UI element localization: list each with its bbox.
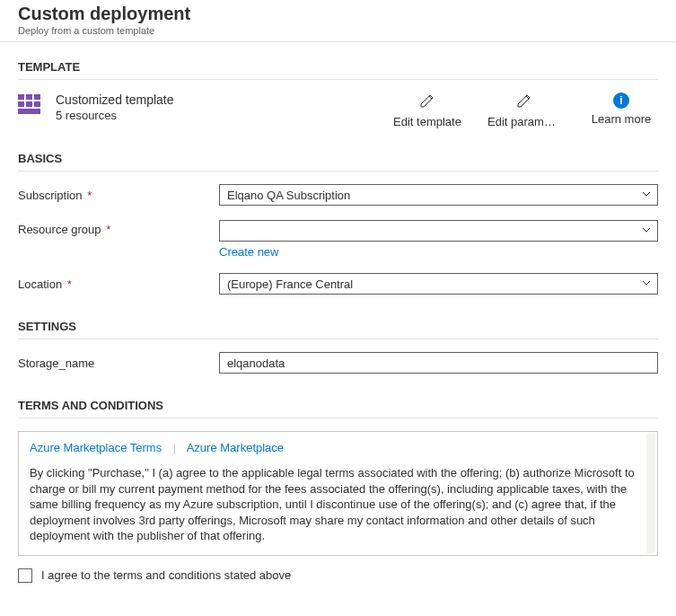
page-subtitle: Deploy from a custom template [18, 25, 658, 36]
page-content: TEMPLATE Customized template 5 resources [0, 42, 676, 599]
svg-rect-6 [18, 109, 40, 114]
edit-template-button[interactable]: Edit template [391, 92, 464, 128]
agree-label[interactable]: I agree to the terms and conditions stat… [41, 568, 291, 582]
svg-rect-3 [18, 101, 24, 107]
info-icon: i [613, 92, 629, 109]
pencil-icon [516, 92, 532, 111]
page-header: Custom deployment Deploy from a custom t… [0, 0, 676, 42]
section-label-terms: TERMS AND CONDITIONS [18, 399, 658, 418]
required-asterisk: * [87, 189, 92, 202]
required-asterisk: * [106, 223, 110, 236]
terms-box: Azure Marketplace Terms Azure Marketplac… [18, 431, 658, 556]
required-asterisk: * [67, 277, 72, 291]
storage-name-input[interactable] [219, 352, 658, 374]
svg-rect-4 [26, 101, 32, 107]
template-tiles-icon [18, 94, 43, 119]
chevron-down-icon [641, 224, 652, 238]
location-value: (Europe) France Central [227, 277, 353, 291]
subscription-row: Subscription * Elqano QA Subscription [18, 184, 658, 206]
chevron-down-icon [641, 277, 652, 291]
learn-more-button[interactable]: i Learn more [584, 92, 658, 126]
section-label-settings: SETTINGS [18, 320, 658, 339]
chevron-down-icon [641, 189, 652, 202]
resource-group-row: Resource group * Create new [18, 220, 658, 259]
subscription-select[interactable]: Elqano QA Subscription [219, 184, 658, 206]
agree-checkbox[interactable] [18, 568, 32, 583]
azure-marketplace-terms-link[interactable]: Azure Marketplace Terms [30, 441, 162, 454]
azure-marketplace-link[interactable]: Azure Marketplace [187, 441, 284, 454]
terms-links: Azure Marketplace Terms Azure Marketplac… [30, 441, 646, 454]
template-name: Customized template [56, 92, 174, 107]
section-label-basics: BASICS [18, 152, 658, 172]
location-label: Location [18, 277, 62, 291]
template-resources: 5 resources [56, 109, 174, 122]
section-label-template: TEMPLATE [18, 60, 658, 80]
page-title: Custom deployment [18, 4, 658, 24]
svg-rect-0 [18, 94, 24, 100]
terms-body-text: By clicking "Purchase," I (a) agree to t… [30, 465, 646, 544]
svg-rect-1 [26, 94, 32, 100]
edit-template-label: Edit template [393, 115, 461, 128]
storage-name-label: Storage_name [18, 356, 94, 370]
location-select[interactable]: (Europe) France Central [219, 273, 658, 295]
edit-parameters-button[interactable]: Edit paramet… [487, 92, 561, 128]
subscription-value: Elqano QA Subscription [227, 189, 350, 202]
resource-group-label: Resource group [18, 223, 101, 236]
create-new-link[interactable]: Create new [219, 245, 278, 259]
resource-group-select[interactable] [219, 220, 658, 242]
svg-rect-2 [34, 94, 40, 100]
location-row: Location * (Europe) France Central [18, 273, 658, 295]
subscription-label: Subscription [18, 189, 83, 202]
edit-parameters-label: Edit paramet… [487, 115, 561, 128]
storage-name-row: Storage_name [18, 352, 658, 374]
svg-rect-5 [34, 101, 40, 107]
learn-more-label: Learn more [592, 112, 651, 126]
template-row: Customized template 5 resources Edit tem… [18, 92, 658, 128]
pencil-icon [419, 92, 435, 111]
scrollbar[interactable] [646, 434, 655, 553]
agree-row: I agree to the terms and conditions stat… [18, 568, 658, 592]
divider [174, 444, 175, 454]
